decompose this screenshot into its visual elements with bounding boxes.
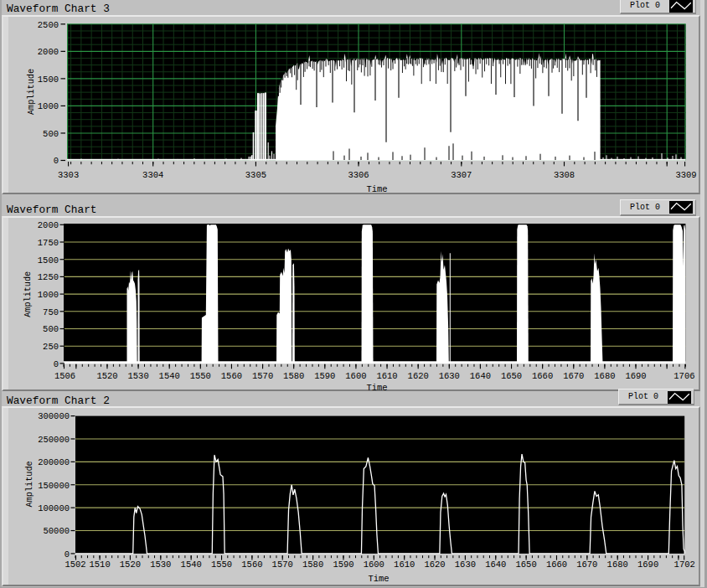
svg-text:1000: 1000: [38, 101, 59, 111]
svg-text:1660: 1660: [546, 560, 567, 570]
svg-text:1640: 1640: [470, 371, 491, 381]
svg-text:1690: 1690: [637, 560, 658, 570]
svg-text:150000: 150000: [38, 481, 70, 491]
svg-text:1690: 1690: [625, 371, 646, 381]
svg-text:1500: 1500: [38, 75, 59, 85]
svg-text:1670: 1670: [563, 371, 584, 381]
svg-text:1610: 1610: [376, 371, 397, 381]
svg-text:300000: 300000: [38, 411, 70, 421]
svg-text:Time: Time: [366, 184, 387, 194]
svg-text:1250: 1250: [38, 272, 59, 282]
svg-text:1500: 1500: [38, 255, 59, 266]
svg-text:0: 0: [65, 549, 70, 560]
svg-text:3303: 3303: [58, 170, 79, 180]
svg-text:1506: 1506: [54, 371, 75, 381]
svg-text:3307: 3307: [451, 170, 472, 180]
svg-text:250000: 250000: [38, 435, 70, 445]
svg-text:1560: 1560: [241, 560, 262, 570]
svg-text:2000: 2000: [38, 220, 59, 230]
svg-text:1706: 1706: [673, 371, 694, 381]
svg-text:3305: 3305: [245, 170, 266, 180]
svg-text:1502: 1502: [65, 560, 85, 570]
svg-text:1620: 1620: [424, 560, 445, 570]
svg-text:3309: 3309: [675, 170, 696, 180]
svg-text:1560: 1560: [221, 371, 242, 381]
svg-text:750: 750: [43, 307, 59, 317]
svg-text:1570: 1570: [272, 560, 293, 570]
svg-text:1580: 1580: [302, 560, 323, 570]
svg-text:1580: 1580: [283, 371, 304, 381]
svg-text:1530: 1530: [150, 560, 171, 570]
svg-text:1530: 1530: [127, 371, 148, 381]
svg-text:1520: 1520: [120, 560, 141, 570]
svg-text:Amplitude: Amplitude: [25, 461, 34, 507]
svg-text:3306: 3306: [348, 170, 369, 180]
svg-text:250: 250: [43, 342, 59, 352]
svg-text:200000: 200000: [38, 457, 70, 467]
svg-text:1610: 1610: [394, 560, 415, 570]
svg-text:1630: 1630: [455, 560, 476, 570]
svg-text:Amplitude: Amplitude: [27, 69, 36, 115]
svg-text:1650: 1650: [501, 371, 522, 381]
svg-text:2000: 2000: [38, 47, 59, 57]
svg-text:100000: 100000: [38, 503, 70, 513]
svg-text:1520: 1520: [96, 371, 117, 381]
svg-text:1600: 1600: [364, 560, 384, 570]
svg-text:1750: 1750: [38, 238, 59, 248]
svg-text:Time: Time: [366, 383, 387, 393]
svg-text:Amplitude: Amplitude: [23, 271, 33, 317]
svg-text:0: 0: [54, 359, 59, 369]
svg-text:1680: 1680: [594, 371, 615, 381]
svg-text:50000: 50000: [43, 526, 70, 536]
svg-text:1670: 1670: [576, 560, 597, 570]
svg-text:500: 500: [43, 324, 59, 334]
svg-text:1550: 1550: [190, 371, 211, 381]
svg-text:1600: 1600: [345, 371, 366, 381]
svg-text:1510: 1510: [89, 560, 110, 570]
svg-text:Time: Time: [368, 574, 389, 584]
svg-text:3308: 3308: [554, 170, 575, 180]
svg-text:1680: 1680: [607, 560, 628, 570]
svg-text:3304: 3304: [142, 170, 163, 180]
svg-text:1590: 1590: [333, 560, 354, 570]
svg-text:500: 500: [43, 129, 59, 139]
svg-text:1540: 1540: [159, 371, 180, 381]
svg-text:1660: 1660: [532, 371, 553, 381]
svg-text:1702: 1702: [674, 560, 695, 570]
svg-text:2500: 2500: [38, 20, 59, 30]
svg-text:1590: 1590: [314, 371, 335, 381]
svg-text:1630: 1630: [439, 371, 460, 381]
svg-text:1000: 1000: [38, 290, 59, 300]
svg-text:1570: 1570: [252, 371, 273, 381]
svg-text:1640: 1640: [485, 560, 506, 570]
svg-text:1650: 1650: [515, 560, 536, 570]
svg-text:1620: 1620: [408, 371, 429, 381]
svg-text:1540: 1540: [181, 560, 202, 570]
svg-text:0: 0: [54, 156, 59, 166]
svg-text:1550: 1550: [211, 560, 232, 570]
